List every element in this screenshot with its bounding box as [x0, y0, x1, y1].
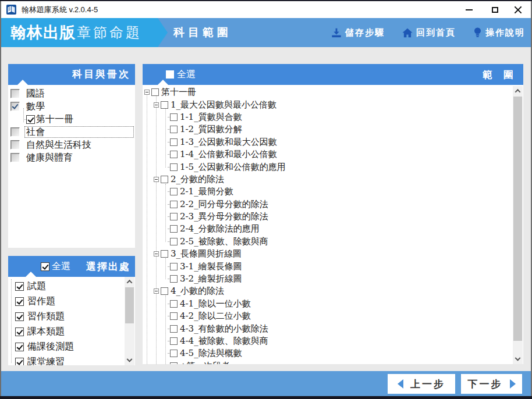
- collapse-minus-icon[interactable]: [154, 251, 159, 256]
- subject-label: 健康與體育: [26, 152, 73, 164]
- tree-checkbox[interactable]: [170, 275, 178, 283]
- source-row[interactable]: 備課後測題: [8, 339, 135, 354]
- tree-row[interactable]: 1-2_質因數分解: [143, 123, 523, 136]
- range-panel-title: 範 圍: [196, 68, 523, 81]
- tree-row[interactable]: 2_分數的除法: [143, 173, 523, 186]
- tree-row[interactable]: 4-3_有餘數的小數除法: [143, 322, 523, 334]
- minimize-button[interactable]: [460, 1, 478, 18]
- tree-checkbox[interactable]: [161, 176, 168, 183]
- maximize-button[interactable]: [485, 1, 504, 18]
- tree-row[interactable]: 3_長條圖與折線圖: [143, 248, 523, 260]
- app-icon: [6, 5, 16, 15]
- tree-row[interactable]: ▲第一次段考: [143, 360, 523, 364]
- tree-row[interactable]: 1-1_質數與合數: [143, 111, 523, 123]
- source-row[interactable]: 課本類題: [8, 324, 135, 339]
- source-row[interactable]: 習作題: [8, 294, 135, 309]
- source-checkbox[interactable]: [15, 312, 24, 321]
- close-button[interactable]: [509, 1, 527, 18]
- help-button[interactable]: 操作說明: [473, 27, 525, 38]
- volume-checkbox[interactable]: [26, 115, 35, 124]
- tree-checkbox[interactable]: [170, 300, 178, 308]
- collapse-minus-icon[interactable]: [144, 90, 150, 95]
- subject-row[interactable]: 社會: [8, 126, 135, 138]
- tree-row[interactable]: 4-1_除以一位小數: [143, 298, 523, 310]
- tree-row[interactable]: 1_最大公因數與最小公倍數: [143, 98, 523, 111]
- tree-row[interactable]: 4_小數的除法: [143, 285, 523, 297]
- tree-checkbox[interactable]: [170, 163, 178, 171]
- tree-row[interactable]: 2-1_最簡分數: [143, 186, 523, 198]
- subject-row[interactable]: 數學: [8, 100, 135, 113]
- source-checkbox[interactable]: [15, 282, 24, 291]
- scroll-up-arrow[interactable]: [513, 86, 523, 95]
- range-select-all-checkbox[interactable]: [166, 70, 174, 79]
- collapse-minus-icon[interactable]: [154, 177, 159, 182]
- tree-checkbox[interactable]: [161, 101, 168, 109]
- tree-checkbox[interactable]: [161, 287, 168, 295]
- scrollbar-thumb[interactable]: [513, 97, 522, 341]
- tree-checkbox[interactable]: [170, 350, 178, 357]
- tree-checkbox[interactable]: [170, 113, 178, 121]
- tree-row[interactable]: 3-1_繪製長條圖: [143, 260, 523, 272]
- tree-item-label: 3-2_繪製折線圖: [180, 273, 242, 284]
- tree-row[interactable]: 4-5_除法與概數: [143, 347, 523, 359]
- tree-row[interactable]: 第十一冊: [143, 86, 523, 98]
- source-row[interactable]: 試題: [8, 279, 135, 294]
- previous-step-button[interactable]: 上一步: [388, 374, 455, 394]
- tree-row[interactable]: 2-5_被除數、除數與商: [143, 236, 523, 248]
- save-steps-button[interactable]: 儲存步驟: [331, 27, 385, 38]
- subject-checkbox[interactable]: [10, 102, 20, 111]
- tree-checkbox[interactable]: [170, 151, 178, 158]
- tree-row[interactable]: 1-4_公倍數和最小公倍數: [143, 148, 523, 161]
- tree-checkbox[interactable]: [170, 126, 178, 133]
- source-label: 習作類題: [27, 311, 65, 323]
- next-step-button[interactable]: 下一步: [461, 374, 522, 394]
- collapse-minus-icon[interactable]: [154, 288, 159, 294]
- source-checkbox[interactable]: [15, 343, 24, 351]
- source-row[interactable]: 習作類題: [8, 309, 135, 324]
- sources-scrollbar[interactable]: [125, 277, 134, 365]
- subject-checkbox[interactable]: [10, 89, 20, 98]
- source-label: 備課後測題: [27, 341, 74, 353]
- tree-checkbox[interactable]: [170, 312, 178, 320]
- scrollbar-thumb[interactable]: [125, 287, 134, 323]
- tree-checkbox[interactable]: [170, 337, 178, 345]
- tree-row[interactable]: 2-4_分數除法的應用: [143, 223, 523, 235]
- sources-select-all-checkbox[interactable]: [41, 262, 49, 271]
- volume-row[interactable]: 第十一冊: [8, 113, 135, 126]
- collapse-minus-icon[interactable]: [154, 102, 159, 108]
- scroll-up-arrow[interactable]: [125, 277, 134, 286]
- tree-checkbox[interactable]: [170, 201, 178, 208]
- tree-checkbox[interactable]: [170, 138, 178, 146]
- tree-row[interactable]: 4-2_除以二位小數: [143, 310, 523, 322]
- tree-checkbox[interactable]: [170, 225, 178, 233]
- subject-checkbox[interactable]: [10, 127, 20, 137]
- scroll-down-arrow[interactable]: [513, 355, 523, 364]
- subject-checkbox[interactable]: [10, 140, 20, 149]
- home-button[interactable]: 回到首頁: [402, 27, 456, 38]
- tree-row[interactable]: 2-3_異分母分數的除法: [143, 211, 523, 223]
- tree-row[interactable]: 2-2_同分母分數的除法: [143, 198, 523, 211]
- tree-checkbox[interactable]: [170, 213, 178, 220]
- source-row[interactable]: 課堂練習: [8, 354, 135, 365]
- tree-checkbox[interactable]: [170, 362, 178, 364]
- subject-checkbox[interactable]: [10, 153, 20, 162]
- source-checkbox[interactable]: [15, 297, 24, 306]
- subject-row[interactable]: 自然與生活科技: [8, 138, 135, 151]
- range-scrollbar[interactable]: [513, 86, 523, 364]
- scroll-down-arrow[interactable]: [125, 356, 134, 365]
- tree-row[interactable]: 1-5_公因數和公倍數的應用: [143, 161, 523, 173]
- subject-row[interactable]: 國語: [8, 87, 135, 100]
- tree-row[interactable]: 1-3_公因數和最大公因數: [143, 136, 523, 148]
- tree-checkbox[interactable]: [151, 88, 159, 96]
- tree-checkbox[interactable]: [161, 250, 168, 258]
- subject-row[interactable]: 健康與體育: [8, 151, 135, 164]
- source-checkbox[interactable]: [15, 358, 24, 366]
- tree-checkbox[interactable]: [170, 325, 178, 333]
- source-checkbox[interactable]: [15, 327, 24, 336]
- tree-checkbox[interactable]: [170, 263, 178, 270]
- tree-row[interactable]: 3-2_繪製折線圖: [143, 273, 523, 285]
- tree-row[interactable]: 4-4_被除數、除數與商: [143, 335, 523, 347]
- close-icon: [514, 6, 522, 14]
- tree-checkbox[interactable]: [170, 188, 178, 195]
- tree-checkbox[interactable]: [170, 238, 178, 245]
